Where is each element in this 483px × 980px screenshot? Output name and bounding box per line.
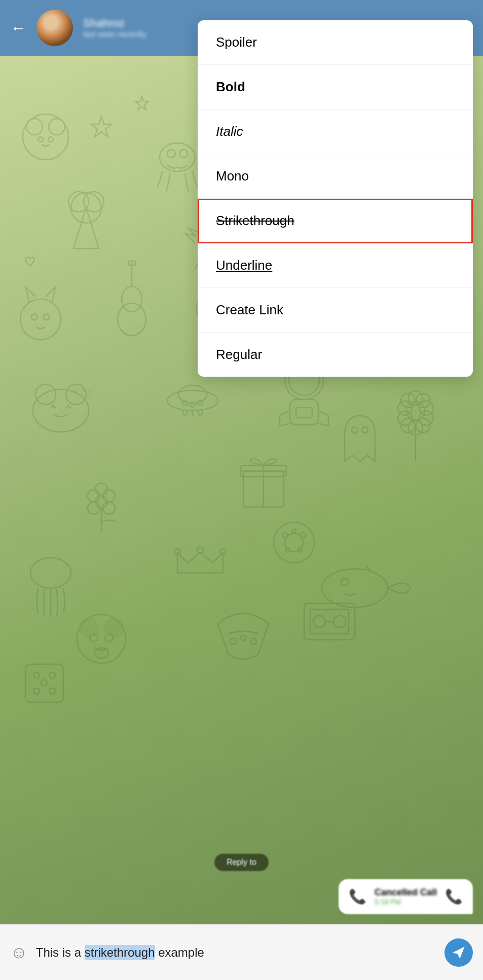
menu-item-spoiler[interactable]: Spoiler xyxy=(198,20,473,65)
menu-item-bold[interactable]: Bold xyxy=(198,65,473,110)
menu-item-italic[interactable]: Italic xyxy=(198,110,473,154)
menu-item-mono[interactable]: Mono xyxy=(198,154,473,199)
menu-item-strikethrough[interactable]: Strikethrough xyxy=(198,199,473,243)
dropdown-overlay: Spoiler Bold Italic Mono Strikethrough U… xyxy=(0,0,483,980)
menu-item-underline[interactable]: Underline xyxy=(198,243,473,288)
formatting-menu: Spoiler Bold Italic Mono Strikethrough U… xyxy=(198,20,473,377)
menu-item-regular[interactable]: Regular xyxy=(198,333,473,377)
menu-item-create-link[interactable]: Create Link xyxy=(198,288,473,333)
